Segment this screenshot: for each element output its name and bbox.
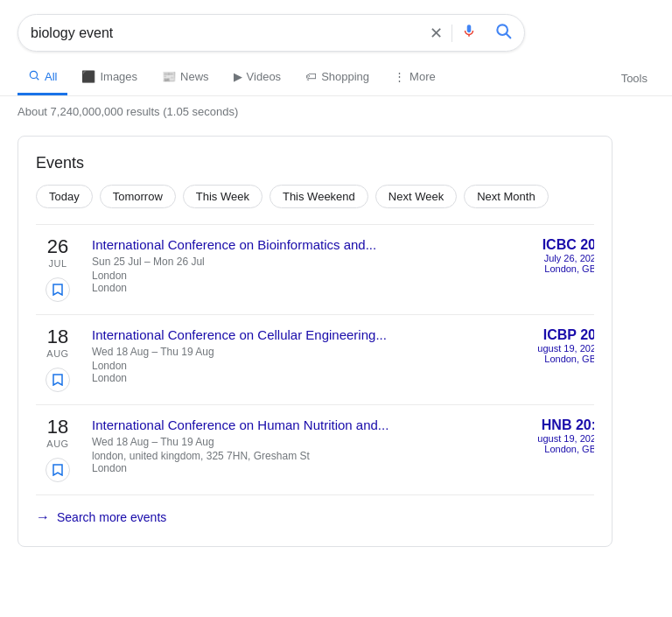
images-icon: ⬛	[81, 70, 95, 83]
event-month: JUL	[48, 258, 66, 269]
clear-icon[interactable]: ✕	[430, 24, 443, 43]
badge-date: ugust 19, 202	[517, 343, 594, 354]
events-title: Events	[36, 154, 594, 172]
event-badge: ICBP 20 ugust 19, 202 London, GB	[517, 327, 594, 364]
more-events-label: Search more events	[57, 510, 166, 524]
svg-line-3	[37, 78, 39, 81]
badge-loc: London, GB	[517, 263, 594, 274]
badge-title: ICBC 20	[517, 237, 594, 253]
event-badge: HNB 20: ugust 19, 202 London, GB	[517, 417, 594, 454]
event-item: 26 JUL International Conference on Bioin…	[36, 224, 594, 314]
videos-icon: ▶	[234, 70, 242, 83]
search-button[interactable]	[494, 22, 512, 44]
events-card: Events Today Tomorrow This Week This Wee…	[18, 136, 612, 547]
tools-button[interactable]: Tools	[614, 63, 654, 94]
search-input[interactable]	[31, 25, 430, 41]
svg-line-1	[507, 34, 511, 39]
event-date-col: 18 AUG	[36, 327, 80, 392]
all-icon	[28, 69, 40, 84]
badge-loc: London, GB	[517, 354, 594, 364]
filter-next-week[interactable]: Next Week	[375, 185, 457, 208]
filter-next-month[interactable]: Next Month	[464, 185, 548, 208]
tab-all-label: All	[45, 70, 57, 83]
event-badge: ICBC 20 July 26, 202 London, GB	[517, 237, 594, 274]
badge-title: HNB 20:	[517, 417, 594, 433]
event-day: 18	[47, 327, 68, 347]
event-day: 26	[47, 237, 68, 256]
nav-tabs: All ⬛ Images 📰 News ▶ Videos 🏷 Shopping …	[0, 60, 672, 96]
event-item: 18 AUG International Conference on Human…	[36, 404, 594, 494]
tab-shopping-label: Shopping	[321, 70, 369, 83]
event-month: AUG	[46, 438, 68, 449]
search-icons: ✕	[430, 22, 512, 44]
svg-point-2	[30, 71, 37, 78]
tab-news-label: News	[180, 70, 209, 83]
badge-title: ICBP 20	[517, 327, 594, 343]
tab-all[interactable]: All	[18, 60, 67, 95]
tab-videos[interactable]: ▶ Videos	[223, 61, 292, 95]
tab-images[interactable]: ⬛ Images	[71, 61, 148, 95]
badge-loc: London, GB	[517, 444, 594, 454]
filter-this-week[interactable]: This Week	[183, 185, 262, 208]
arrow-right-icon: →	[36, 509, 50, 525]
tab-more[interactable]: ⋮ More	[383, 61, 446, 95]
filter-chips: Today Tomorrow This Week This Weekend Ne…	[36, 185, 594, 208]
tab-news[interactable]: 📰 News	[151, 61, 220, 95]
search-bar: ✕	[18, 14, 525, 52]
badge-date: July 26, 202	[517, 253, 594, 263]
event-date-col: 18 AUG	[36, 417, 80, 482]
bookmark-button[interactable]	[46, 458, 70, 482]
filter-today[interactable]: Today	[36, 185, 93, 208]
filter-this-weekend[interactable]: This Weekend	[270, 185, 368, 208]
search-divider	[452, 25, 452, 42]
tab-images-label: Images	[100, 70, 137, 83]
tab-more-label: More	[410, 70, 436, 83]
bookmark-button[interactable]	[46, 368, 70, 392]
more-dots-icon: ⋮	[394, 70, 405, 83]
news-icon: 📰	[162, 70, 176, 83]
more-events-link[interactable]: → Search more events	[36, 494, 594, 529]
shopping-icon: 🏷	[305, 70, 317, 83]
search-bar-section: ✕	[0, 0, 672, 60]
mic-icon[interactable]	[461, 23, 477, 43]
results-count: About 7,240,000,000 results (1.05 second…	[0, 96, 672, 127]
event-location2: London	[92, 372, 594, 384]
event-month: AUG	[46, 348, 68, 359]
event-location2: London	[92, 462, 594, 474]
event-item: 18 AUG International Conference on Cellu…	[36, 314, 594, 404]
badge-date: ugust 19, 202	[517, 433, 594, 444]
tab-videos-label: Videos	[247, 70, 282, 83]
filter-tomorrow[interactable]: Tomorrow	[100, 185, 176, 208]
bookmark-button[interactable]	[46, 277, 70, 302]
event-location2: London	[92, 282, 594, 294]
tab-shopping[interactable]: 🏷 Shopping	[295, 61, 380, 95]
event-day: 18	[47, 417, 68, 437]
event-date-col: 26 JUL	[36, 237, 80, 302]
